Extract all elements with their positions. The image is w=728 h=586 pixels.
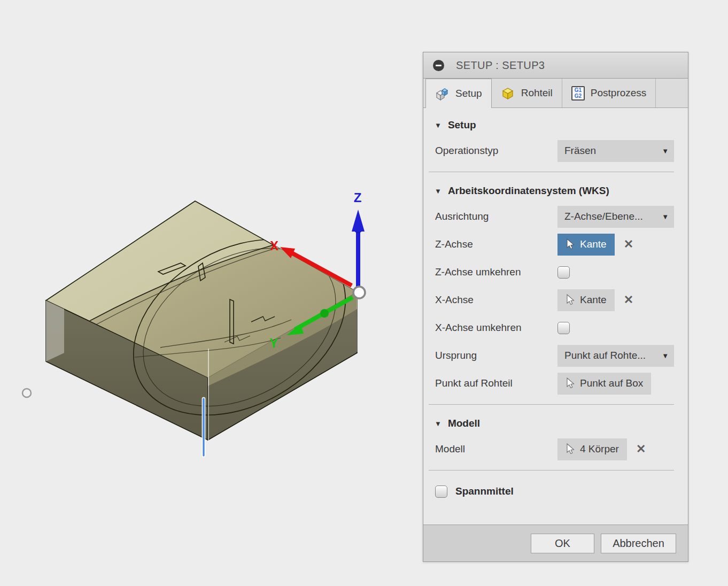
setup-dialog: SETUP : SETUP3 Setup Rohteil G1G bbox=[423, 52, 688, 562]
section-title: Setup bbox=[448, 119, 476, 131]
modell-clear-icon[interactable]: ✕ bbox=[636, 442, 646, 456]
z-achse-umkehren-label: Z-Achse umkehren bbox=[435, 266, 557, 278]
z-achse-umkehren-checkbox[interactable] bbox=[557, 266, 570, 279]
spannmittel-label: Spannmittel bbox=[455, 485, 514, 497]
section-header-wks[interactable]: ▼ Arbeitskoordinatensystem (WKS) bbox=[423, 179, 688, 203]
z-axis-label: Z bbox=[354, 190, 362, 205]
collapse-triangle-icon[interactable]: ▼ bbox=[435, 187, 442, 195]
ok-button[interactable]: OK bbox=[531, 534, 594, 553]
row-modell: Modell 4 Körper ✕ bbox=[423, 435, 688, 463]
row-x-achse: X-Achse Kante ✕ bbox=[423, 286, 688, 314]
tab-rohteil[interactable]: Rohteil bbox=[492, 79, 562, 107]
y-axis-handle[interactable] bbox=[320, 309, 329, 318]
ursprung-label: Ursprung bbox=[435, 350, 557, 361]
ausrichtung-dropdown[interactable]: Z-Achse/Ebene... ▼ bbox=[557, 206, 674, 228]
spannmittel-checkbox[interactable] bbox=[435, 485, 447, 498]
punkt-auf-rohteil-label: Punkt auf Rohteil bbox=[435, 377, 557, 389]
x-achse-select-button[interactable]: Kante bbox=[557, 289, 615, 311]
row-operationstyp: Operationstyp Fräsen ▼ bbox=[423, 137, 688, 165]
modell-label: Modell bbox=[435, 443, 557, 455]
section-header-modell[interactable]: ▼ Modell bbox=[423, 412, 688, 435]
collapse-dialog-icon[interactable] bbox=[433, 60, 444, 71]
tab-setup-label: Setup bbox=[455, 88, 482, 99]
punkt-auf-rohteil-select-button[interactable]: Punkt auf Box bbox=[557, 373, 651, 395]
row-z-achse-umkehren: Z-Achse umkehren bbox=[423, 258, 688, 286]
chevron-down-icon: ▼ bbox=[662, 352, 669, 360]
dialog-title: SETUP : SETUP3 bbox=[456, 59, 545, 72]
operationstyp-label: Operationstyp bbox=[435, 145, 557, 157]
viewport-point[interactable] bbox=[22, 389, 31, 397]
row-z-achse: Z-Achse Kante ✕ bbox=[423, 230, 688, 258]
z-axis-arrowhead[interactable] bbox=[352, 210, 365, 232]
cursor-icon bbox=[566, 238, 575, 250]
row-punkt-auf-rohteil: Punkt auf Rohteil Punkt auf Box bbox=[423, 369, 688, 397]
row-ursprung: Ursprung Punkt auf Rohte... ▼ bbox=[423, 342, 688, 369]
origin-point[interactable] bbox=[353, 287, 365, 298]
model-body[interactable] bbox=[46, 201, 376, 451]
model-left-highlight bbox=[46, 300, 64, 361]
chevron-down-icon: ▼ bbox=[662, 213, 669, 221]
x-achse-label: X-Achse bbox=[435, 294, 557, 306]
setup-cubes-icon bbox=[435, 87, 450, 101]
divider bbox=[429, 470, 674, 471]
divider bbox=[429, 404, 674, 405]
section-header-setup[interactable]: ▼ Setup bbox=[423, 113, 688, 137]
row-x-achse-umkehren: X-Achse umkehren bbox=[423, 314, 688, 342]
x-achse-umkehren-checkbox[interactable] bbox=[557, 322, 570, 334]
collapse-triangle-icon[interactable]: ▼ bbox=[435, 420, 442, 428]
gcode-icon: G1G2 bbox=[571, 86, 585, 101]
cursor-icon bbox=[566, 294, 575, 306]
ursprung-dropdown[interactable]: Punkt auf Rohte... ▼ bbox=[557, 345, 674, 367]
divider bbox=[429, 172, 674, 172]
cancel-button[interactable]: Abbrechen bbox=[601, 534, 676, 553]
z-achse-clear-icon[interactable]: ✕ bbox=[624, 237, 633, 251]
cursor-icon bbox=[566, 443, 575, 455]
row-ausrichtung: Ausrichtung Z-Achse/Ebene... ▼ bbox=[423, 203, 688, 230]
collapse-triangle-icon[interactable]: ▼ bbox=[435, 121, 442, 129]
cursor-icon bbox=[566, 377, 575, 389]
tab-setup[interactable]: Setup bbox=[425, 79, 492, 108]
dialog-body: ▼ Setup Operationstyp Fräsen ▼ ▼ Arbeits… bbox=[423, 113, 688, 505]
section-title: Arbeitskoordinatensystem (WKS) bbox=[448, 185, 609, 197]
dialog-footer: OK Abbrechen bbox=[423, 525, 688, 561]
chevron-down-icon: ▼ bbox=[662, 147, 669, 155]
modell-select-button[interactable]: 4 Körper bbox=[557, 438, 627, 460]
operationstyp-dropdown[interactable]: Fräsen ▼ bbox=[557, 140, 674, 162]
x-axis-label: X bbox=[270, 238, 278, 253]
section-title: Modell bbox=[448, 418, 480, 429]
tab-rohteil-label: Rohteil bbox=[521, 87, 553, 99]
z-achse-select-button[interactable]: Kante bbox=[557, 234, 615, 256]
x-achse-umkehren-label: X-Achse umkehren bbox=[435, 322, 557, 334]
y-axis-label: Y bbox=[269, 336, 278, 350]
dialog-titlebar[interactable]: SETUP : SETUP3 bbox=[423, 52, 688, 79]
z-achse-label: Z-Achse bbox=[435, 238, 557, 250]
tabstrip: Setup Rohteil G1G2 Postprozess bbox=[423, 79, 688, 108]
ausrichtung-label: Ausrichtung bbox=[435, 211, 557, 222]
tab-postprozess[interactable]: G1G2 Postprozess bbox=[562, 79, 656, 107]
tab-postprozess-label: Postprozess bbox=[591, 87, 647, 99]
stock-cube-icon bbox=[501, 86, 515, 101]
row-spannmittel: Spannmittel bbox=[423, 477, 688, 505]
x-achse-clear-icon[interactable]: ✕ bbox=[624, 293, 633, 307]
